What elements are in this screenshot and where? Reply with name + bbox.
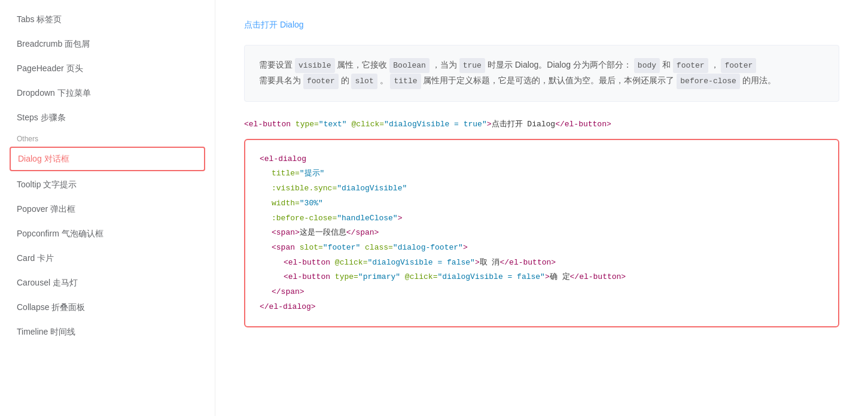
sidebar-item-popover[interactable]: Popover 弹出框 bbox=[0, 197, 215, 221]
sidebar-item-dropdown[interactable]: Dropdown 下拉菜单 bbox=[0, 81, 215, 105]
description-box: 需要设置 visible 属性，它接收 Boolean ，当为 true 时显示… bbox=[244, 45, 839, 102]
sidebar-item-carousel[interactable]: Carousel 走马灯 bbox=[0, 271, 215, 295]
sidebar-item-breadcrumb[interactable]: Breadcrumb 面包屑 bbox=[0, 32, 215, 56]
code-line-7: <span slot="footer" class="dialog-footer… bbox=[260, 241, 824, 256]
sidebar-item-dialog[interactable]: Dialog 对话框 bbox=[10, 147, 205, 171]
sidebar-item-popconfirm[interactable]: Popconfirm 气泡确认框 bbox=[0, 221, 215, 246]
code-line-9: <el-button type="primary" @click="dialog… bbox=[260, 270, 824, 285]
sidebar-item-timeline[interactable]: Timeline 时间线 bbox=[0, 320, 215, 344]
sidebar: Tabs 标签页 Breadcrumb 面包屑 PageHeader 页头 Dr… bbox=[0, 0, 215, 416]
sidebar-item-steps[interactable]: Steps 步骤条 bbox=[0, 105, 215, 130]
code-line-5: :before-close="handleClose"> bbox=[260, 211, 824, 226]
code-line-11: </el-dialog> bbox=[260, 300, 824, 315]
sidebar-item-collapse[interactable]: Collapse 折叠面板 bbox=[0, 295, 215, 320]
code-line-2: title="提示" bbox=[260, 166, 824, 181]
code-line-8: <el-button @click="dialogVisible = false… bbox=[260, 256, 824, 271]
code-line-4: width="30%" bbox=[260, 196, 824, 211]
code-line-6: <span>这是一段信息</span> bbox=[260, 226, 824, 241]
main-content: 点击打开 Dialog 需要设置 visible 属性，它接收 Boolean … bbox=[215, 0, 868, 416]
button-code-line: <el-button type="text" @click="dialogVis… bbox=[244, 119, 839, 129]
sidebar-section-others: Others bbox=[0, 130, 215, 145]
sidebar-item-card[interactable]: Card 卡片 bbox=[0, 246, 215, 271]
demo-dialog-link[interactable]: 点击打开 Dialog bbox=[244, 20, 304, 31]
sidebar-item-tooltip[interactable]: Tooltip 文字提示 bbox=[0, 172, 215, 197]
code-line-1: <el-dialog bbox=[260, 152, 824, 167]
sidebar-item-tabs[interactable]: Tabs 标签页 bbox=[0, 7, 215, 32]
code-block: <el-dialog title="提示" :visible.sync="dia… bbox=[244, 139, 839, 328]
sidebar-item-pageheader[interactable]: PageHeader 页头 bbox=[0, 56, 215, 81]
code-line-10: </span> bbox=[260, 285, 824, 300]
code-line-3: :visible.sync="dialogVisible" bbox=[260, 181, 824, 196]
